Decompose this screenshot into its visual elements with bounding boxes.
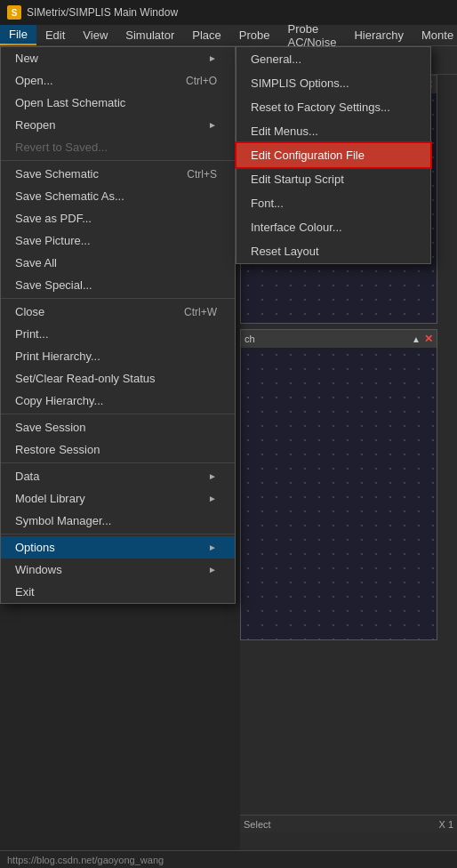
menu-restore-session[interactable]: Restore Session bbox=[1, 438, 235, 461]
panel-close-bottom[interactable]: ✕ bbox=[424, 333, 433, 345]
file-dropdown: New ► Open... Ctrl+O Open Last Schematic… bbox=[0, 46, 236, 604]
menu-view[interactable]: View bbox=[74, 25, 116, 45]
submenu-reset-factory[interactable]: Reset to Factory Settings... bbox=[237, 95, 430, 119]
status-bar: Select X 1 bbox=[240, 815, 457, 832]
menu-copy-hierarchy[interactable]: Copy Hierarchy... bbox=[1, 390, 235, 412]
menu-exit[interactable]: Exit bbox=[1, 581, 235, 603]
new-arrow: ► bbox=[208, 53, 217, 63]
menu-new[interactable]: New ► bbox=[1, 47, 235, 69]
app-icon-text: S bbox=[12, 8, 18, 18]
menu-place[interactable]: Place bbox=[183, 25, 230, 45]
title-bar: S SIMetrix/SIMPLIS Main Window bbox=[0, 0, 457, 25]
menu-print[interactable]: Print... bbox=[1, 323, 235, 345]
url-bar: https://blog.csdn.net/gaoyong_wang bbox=[0, 850, 457, 868]
submenu-simplis-options[interactable]: SIMPLIS Options... bbox=[237, 71, 430, 95]
menu-options[interactable]: Options ► bbox=[1, 536, 235, 559]
panel-scroll-up-bottom[interactable]: ▲ bbox=[412, 334, 421, 344]
menu-probe-ac-noise[interactable]: Probe AC/Noise bbox=[278, 25, 345, 45]
menu-bar: File Edit View Simulator Place Probe Pro… bbox=[0, 25, 457, 46]
sep-5 bbox=[1, 534, 235, 534]
menu-data[interactable]: Data ► bbox=[1, 465, 235, 487]
menu-symbol-manager[interactable]: Symbol Manager... bbox=[1, 510, 235, 532]
menu-file[interactable]: File bbox=[0, 25, 36, 45]
menu-set-clear-readonly[interactable]: Set/Clear Read-only Status bbox=[1, 367, 235, 390]
menu-save-picture[interactable]: Save Picture... bbox=[1, 229, 235, 252]
submenu-reset-layout[interactable]: Reset Layout bbox=[237, 239, 430, 263]
status-zoom-label: X 1 bbox=[438, 819, 453, 830]
menu-edit[interactable]: Edit bbox=[36, 25, 74, 45]
sep-3 bbox=[1, 414, 235, 414]
submenu-interface-colour[interactable]: Interface Colour... bbox=[237, 215, 430, 239]
menu-revert: Revert to Saved... bbox=[1, 136, 235, 158]
model-library-arrow: ► bbox=[208, 494, 217, 503]
menu-probe[interactable]: Probe bbox=[230, 25, 279, 45]
menu-hierarchy[interactable]: Hierarchy bbox=[345, 25, 413, 45]
windows-arrow: ► bbox=[208, 565, 217, 575]
menu-save-all[interactable]: Save All bbox=[1, 252, 235, 274]
menu-reopen[interactable]: Reopen ► bbox=[1, 114, 235, 136]
submenu-edit-startup-script[interactable]: Edit Startup Script bbox=[237, 167, 430, 191]
options-submenu: General... SIMPLIS Options... Reset to F… bbox=[236, 46, 431, 264]
reopen-arrow: ► bbox=[208, 120, 217, 130]
menu-save-special[interactable]: Save Special... bbox=[1, 274, 235, 296]
dot-grid-bottom bbox=[241, 348, 437, 639]
url-text: https://blog.csdn.net/gaoyong_wang bbox=[7, 855, 164, 865]
menu-open-last-schematic[interactable]: Open Last Schematic bbox=[1, 92, 235, 114]
submenu-font[interactable]: Font... bbox=[237, 191, 430, 215]
menu-save-schematic-as[interactable]: Save Schematic As... bbox=[1, 185, 235, 207]
panel-title-bottom: ch bbox=[245, 334, 255, 344]
data-arrow: ► bbox=[208, 471, 217, 481]
status-select-label: Select bbox=[244, 819, 438, 830]
menu-simulator[interactable]: Simulator bbox=[116, 25, 183, 45]
menu-save-schematic[interactable]: Save Schematic Ctrl+S bbox=[1, 163, 235, 185]
menu-open[interactable]: Open... Ctrl+O bbox=[1, 69, 235, 92]
menu-close[interactable]: Close Ctrl+W bbox=[1, 301, 235, 323]
submenu-edit-config-file[interactable]: Edit Configuration File bbox=[237, 143, 430, 167]
sep-1 bbox=[1, 160, 235, 161]
menu-save-session[interactable]: Save Session bbox=[1, 416, 235, 438]
menu-monte[interactable]: Monte bbox=[413, 25, 457, 45]
menu-model-library[interactable]: Model Library ► bbox=[1, 487, 235, 510]
sep-4 bbox=[1, 462, 235, 463]
app-icon: S bbox=[7, 5, 21, 20]
panel-titlebar-bottom: ch ▲ ✕ bbox=[241, 330, 437, 348]
menu-print-hierarchy[interactable]: Print Hierarchy... bbox=[1, 345, 235, 367]
options-arrow: ► bbox=[208, 542, 217, 552]
schematic-panel-bottom: ch ▲ ✕ bbox=[240, 329, 437, 640]
submenu-general[interactable]: General... bbox=[237, 47, 430, 71]
panel-content-bottom bbox=[241, 348, 437, 639]
submenu-edit-menus[interactable]: Edit Menus... bbox=[237, 119, 430, 143]
sep-2 bbox=[1, 298, 235, 299]
menu-windows[interactable]: Windows ► bbox=[1, 559, 235, 581]
window-title: SIMetrix/SIMPLIS Main Window bbox=[27, 6, 178, 19]
menu-save-pdf[interactable]: Save as PDF... bbox=[1, 207, 235, 229]
